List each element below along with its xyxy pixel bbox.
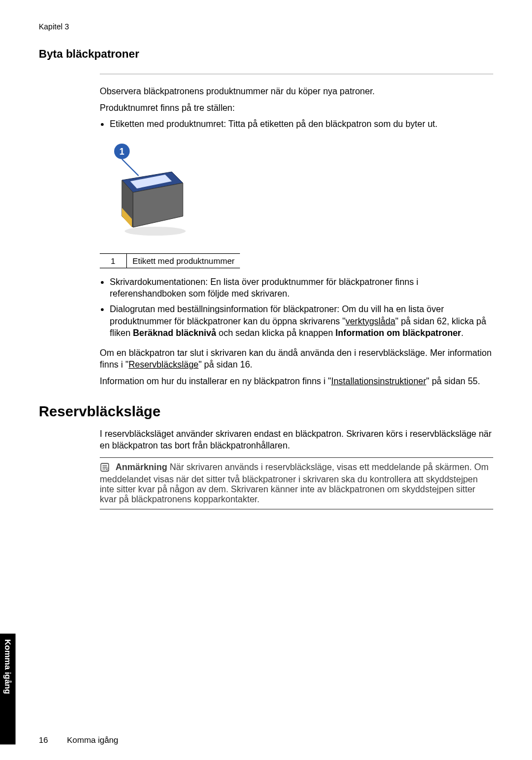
page-heading-1: Byta bläckpatroner [39, 48, 493, 60]
bullet-item-label-location: Etiketten med produktnumret: Titta på et… [110, 118, 493, 130]
legend-row-text: Etikett med produktnummer [127, 253, 241, 268]
callout-number-text: 1 [120, 147, 125, 156]
note-lead: Anmärkning [115, 462, 167, 472]
bullet-item-order-dialog: Dialogrutan med beställningsinformation … [110, 303, 493, 339]
footer-page-number: 16 [39, 735, 48, 744]
chapter-label: Kapitel 3 [39, 22, 493, 31]
paragraph-install-instructions: Information om hur du installerar en ny … [100, 375, 493, 387]
footer-section-name: Komma igång [67, 735, 119, 744]
reserve-mode-paragraph: I reservbläcksläget använder skrivaren e… [100, 428, 493, 452]
note-block: Anmärkning När skrivaren används i reser… [100, 457, 493, 509]
legend-row-number: 1 [100, 253, 127, 268]
page-footer: 16 Komma igång [39, 735, 118, 744]
svg-line-1 [122, 159, 139, 176]
cartridge-figure: 1 1 Etikett med produktnummer [100, 141, 493, 268]
side-tab: Komma igång [0, 634, 16, 744]
intro-paragraph-1: Observera bläckpatronens produktnummer n… [100, 85, 493, 98]
intro-paragraph-2: Produktnumret finns på tre ställen: [100, 102, 493, 114]
bullet-item-documentation: Skrivardokumentationen: En lista över pr… [110, 276, 493, 300]
page-heading-2: Reservbläcksläge [39, 403, 493, 420]
divider [100, 74, 493, 74]
cartridge-illustration: 1 [100, 141, 200, 241]
link-reserve-mode[interactable]: Reservbläcksläge [129, 360, 198, 369]
figure-legend-table: 1 Etikett med produktnummer [100, 253, 240, 268]
note-icon [100, 462, 110, 475]
link-toolbox[interactable]: verktygslåda [345, 317, 395, 326]
link-install-instructions[interactable]: Installationsinstruktioner [331, 376, 426, 386]
paragraph-reserve-mode: Om en bläckpatron tar slut i skrivaren k… [100, 347, 493, 371]
svg-point-7 [125, 227, 186, 236]
